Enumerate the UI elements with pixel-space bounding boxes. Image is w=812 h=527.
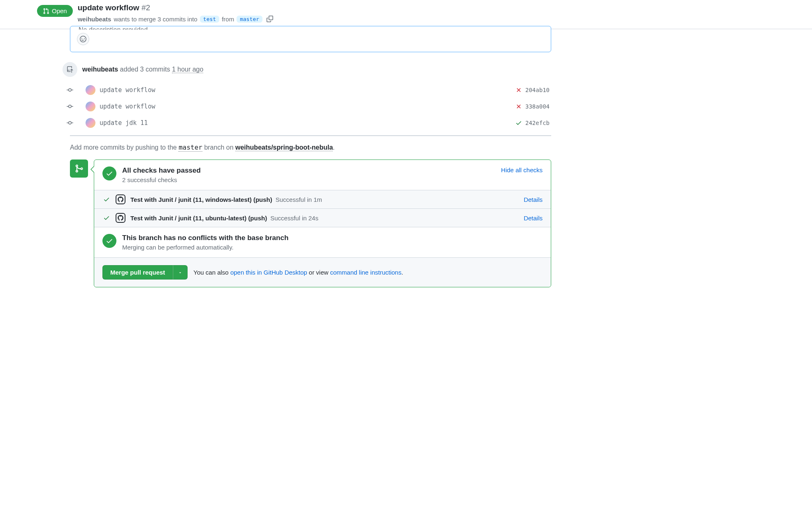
event-author[interactable]: weihubeats [82,66,118,73]
pr-title-line: update workflow #2 [78,3,275,12]
commit-row: update workflow338a004 [70,98,551,115]
commit-status-icon[interactable] [515,103,522,110]
pr-number: #2 [142,3,150,12]
commit-message[interactable]: update workflow [100,86,515,94]
check-success-icon [102,196,111,203]
github-actions-icon [116,213,125,223]
avatar[interactable] [86,102,95,111]
open-in-desktop-link[interactable]: open this in GitHub Desktop [230,269,307,276]
event-time[interactable]: 1 hour ago [172,66,204,73]
commit-sha[interactable]: 338a004 [525,103,550,110]
avatar[interactable] [86,85,95,95]
checks-subtitle: 2 successful checks [122,176,495,183]
commits-added-event: weihubeats added 3 commits 1 hour ago [70,60,551,79]
check-details-link[interactable]: Details [524,215,543,222]
repo-push-icon [63,62,77,77]
merge-hint: You can also open this in GitHub Desktop… [193,269,403,276]
conflicts-subtitle: Merging can be performed automatically. [122,244,543,251]
conflicts-title: This branch has no conflicts with the ba… [122,234,543,242]
check-success-icon [102,215,111,221]
divider [70,135,551,136]
commit-dot-icon [67,103,73,110]
commit-row: update jdk 11242efcb [70,115,551,131]
commit-dot-icon [67,87,73,93]
check-details-link[interactable]: Details [524,196,543,203]
checks-title: All checks have passed [122,166,495,175]
no-conflicts-icon [102,234,116,248]
commit-message[interactable]: update jdk 11 [100,119,515,127]
base-branch-pill[interactable]: test [200,16,219,23]
event-action-text: added 3 commits [120,66,170,73]
merge-pull-request-button[interactable]: Merge pull request [102,265,173,280]
check-row: Test with Junit / junit (11, windows-lat… [94,190,551,208]
commit-status-icon[interactable] [515,120,522,126]
check-duration: Successful in 1m [276,196,322,203]
hide-checks-link[interactable]: Hide all checks [501,166,543,173]
checks-passed-icon [102,166,116,180]
check-row: Test with Junit / junit (11, ubuntu-late… [94,208,551,227]
push-hint: Add more commits by pushing to the maste… [70,143,551,151]
commit-dot-icon [67,120,73,126]
check-duration: Successful in 24s [270,215,318,222]
github-actions-icon [116,194,125,204]
state-badge-label: Open [52,7,67,14]
git-pull-request-icon [43,8,49,14]
pr-author[interactable]: weihubeats [78,16,111,23]
cli-instructions-link[interactable]: command line instructions [330,269,401,276]
merge-options-caret[interactable] [173,265,188,280]
pr-description-text: No description provided. [70,26,551,30]
commit-status-icon[interactable] [515,87,522,93]
state-badge-open: Open [37,5,73,17]
commit-sha[interactable]: 204ab10 [525,87,550,93]
push-hint-branch: master [179,143,202,152]
pr-header: Open update workflow #2 weihubeats wants… [0,0,812,29]
head-branch-pill[interactable]: master [237,16,262,23]
pr-description-box: No description provided. [70,26,551,52]
commit-sha[interactable]: 242efcb [525,120,550,126]
commit-message[interactable]: update workflow [100,103,515,110]
merge-panel: All checks have passed 2 successful chec… [94,159,551,287]
from-text: from [222,16,234,23]
commit-row: update workflow204ab10 [70,82,551,98]
pr-title[interactable]: update workflow [78,3,139,12]
merge-status-icon [70,159,88,178]
push-hint-repo[interactable]: weihubeats/spring-boot-nebula [235,144,333,151]
pr-merge-text: wants to merge 3 commits into [114,16,197,23]
check-name[interactable]: Test with Junit / junit (11, windows-lat… [130,196,272,203]
add-reaction-button[interactable] [77,33,89,45]
copy-branch-icon[interactable] [265,14,275,24]
avatar[interactable] [86,118,95,128]
check-name[interactable]: Test with Junit / junit (11, ubuntu-late… [130,215,267,222]
